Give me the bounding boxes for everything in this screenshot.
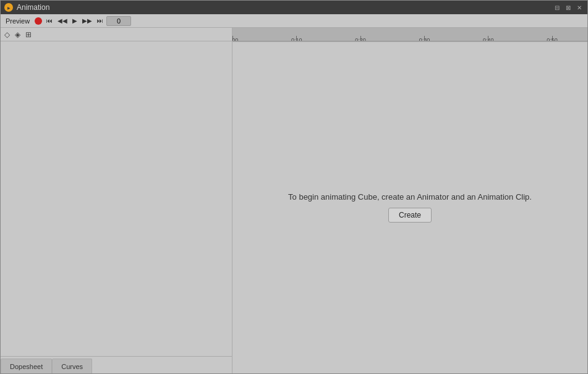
timeline-ruler: 0:00 0:10 0:20 0:30 [232,28,587,41]
curves-tab[interactable]: Curves [52,359,92,373]
ruler-marks: 0:00 0:10 0:20 0:30 [232,28,587,41]
left-content [1,41,232,356]
minimize-button[interactable]: ⊟ [553,3,561,12]
preview-label: Preview [3,17,32,25]
left-panel: ◇ ◈ ⊞ Dopesheet Curves [1,28,232,373]
create-button[interactable]: Create [388,208,432,223]
ruler-label-0: 0:00 [232,37,238,41]
timeline-content: To begin animating Cube, create an Anima… [232,41,587,373]
transport-controls: ⏮ ◀◀ ▶ ▶▶ ⏭ [45,16,105,25]
add-key-icon-button[interactable]: ⊞ [24,29,33,40]
ruler-mark-30: 0:30 [424,36,425,41]
title-bar-controls: ⊟ ⊠ ✕ [553,3,584,12]
record-button[interactable] [33,16,43,26]
ruler-label-40: 0:40 [483,37,494,41]
animation-window: Animation ⊟ ⊠ ✕ Preview ⏮ ◀◀ ▶ ▶▶ ⏭ ◇ ◈ [0,0,588,374]
window-title: Animation [17,3,549,12]
ruler-label-30: 0:30 [419,37,430,41]
ruler-label-20: 0:20 [355,37,366,41]
next-frame-button[interactable]: ▶▶ [80,16,94,25]
bottom-tabs: Dopesheet Curves [1,356,232,373]
record-dot [35,17,42,25]
empty-message-text: To begin animating Cube, create an Anima… [288,192,532,202]
left-toolbar: ◇ ◈ ⊞ [1,28,232,41]
main-toolbar: Preview ⏮ ◀◀ ▶ ▶▶ ⏭ [1,14,587,28]
play-button[interactable]: ▶ [70,16,79,25]
ruler-label-10: 0:10 [291,37,302,41]
ruler-mark-10: 0:10 [296,36,297,41]
ruler-label-50: 0:50 [547,37,558,41]
go-to-start-button[interactable]: ⏮ [45,16,54,25]
go-to-end-button[interactable]: ⏭ [95,16,105,25]
ruler-mark-20: 0:20 [360,36,361,41]
window-icon [4,3,13,12]
close-button[interactable]: ✕ [575,3,584,12]
right-panel: 0:00 0:10 0:20 0:30 [232,28,587,373]
empty-state: To begin animating Cube, create an Anima… [288,192,532,223]
dopesheet-tab[interactable]: Dopesheet [1,359,52,373]
title-bar: Animation ⊟ ⊠ ✕ [1,1,587,14]
main-area: ◇ ◈ ⊞ Dopesheet Curves 0:00 [1,28,587,373]
diamond-icon-button[interactable]: ◇ [3,29,11,40]
prev-frame-button[interactable]: ◀◀ [56,16,69,25]
ruler-mark-40: 0:40 [488,36,488,41]
ruler-mark-50: 0:50 [552,36,553,41]
ruler-mark-0: 0:00 [232,36,233,41]
add-diamond-icon-button[interactable]: ◈ [14,29,22,40]
maximize-button[interactable]: ⊠ [564,3,573,12]
frame-input[interactable] [106,16,131,26]
